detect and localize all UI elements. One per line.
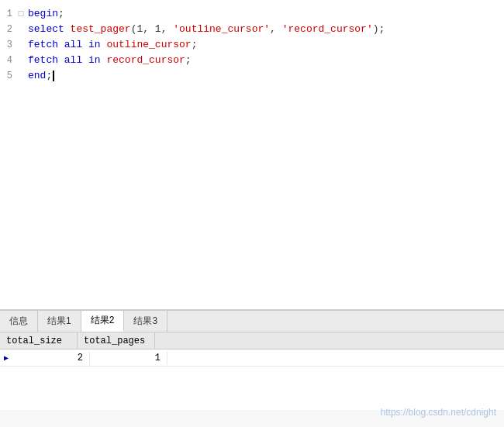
line-content: fetch all in outline_cursor; [26,37,504,53]
line-number: 5 [0,68,16,84]
code-line: 3fetch all in outline_cursor; [0,37,504,53]
line-content: begin; [26,6,504,22]
editor-area[interactable]: 1□begin;2select test_pager(1, 1, 'outlin… [0,0,504,310]
line-content: fetch all in record_cursor; [26,53,504,68]
line-number: 2 [0,22,16,37]
tab-结果1[interactable]: 结果1 [38,311,81,332]
code-line: 5end; [0,68,504,84]
code-line: 1□begin; [0,6,504,22]
results-header: total_sizetotal_pages [0,332,504,350]
text-cursor [53,71,54,81]
table-cell: 2 [12,351,90,365]
results-body: ▶21 [0,350,504,367]
results-area: total_sizetotal_pages ▶21 [0,332,504,410]
line-gutter: □ [16,6,26,22]
line-content: end; [26,68,504,84]
tab-结果3[interactable]: 结果3 [124,311,167,332]
code-line: 2select test_pager(1, 1, 'outline_cursor… [0,22,504,37]
row-arrow-icon: ▶ [0,353,12,363]
code-line: 4fetch all in record_cursor; [0,53,504,68]
line-content: select test_pager(1, 1, 'outline_cursor'… [26,22,504,37]
tab-信息[interactable]: 信息 [0,311,38,332]
line-number: 3 [0,37,16,53]
column-header-total_pages: total_pages [78,332,155,349]
tabs-bar: 信息结果1结果2结果3 [0,311,504,332]
bottom-panel: 信息结果1结果2结果3 total_sizetotal_pages ▶21 [0,310,504,410]
column-header-total_size: total_size [0,332,78,349]
tab-结果2[interactable]: 结果2 [81,311,125,332]
table-cell: 1 [90,351,167,365]
table-row: ▶21 [0,350,504,367]
line-number: 4 [0,53,16,68]
line-number: 1 [0,6,16,22]
